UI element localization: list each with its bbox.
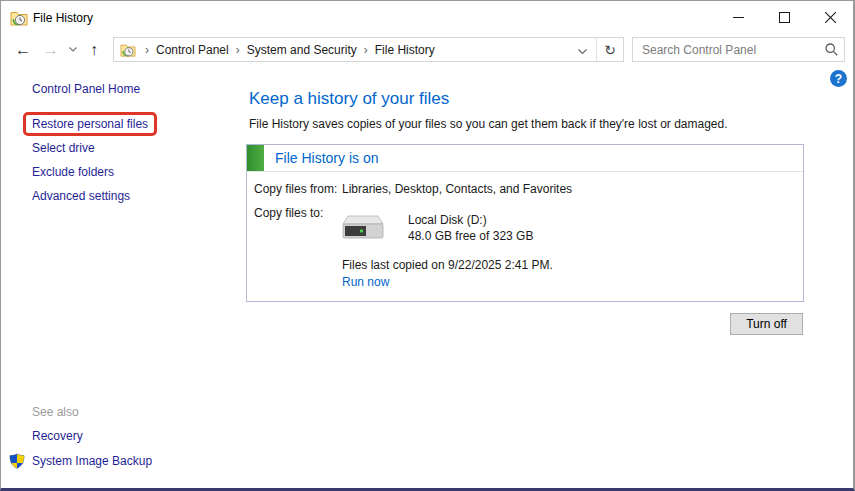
- maximize-button[interactable]: [761, 1, 807, 34]
- page-title: Keep a history of your files: [249, 89, 853, 109]
- copy-to-label: Copy files to:: [254, 206, 342, 289]
- maximize-icon: [779, 12, 790, 23]
- drive-free-space: 48.0 GB free of 323 GB: [408, 229, 533, 243]
- status-panel-body: Copy files from: Libraries, Desktop, Con…: [247, 172, 803, 301]
- sidebar-item-select-drive[interactable]: Select drive: [32, 142, 95, 155]
- drive-text: Local Disk (D:) 48.0 GB free of 323 GB: [408, 213, 533, 243]
- see-also-heading: See also: [9, 405, 152, 419]
- status-panel-header: File History is on: [247, 145, 803, 172]
- chevron-down-icon: [69, 47, 77, 52]
- title-bar: File History: [1, 1, 853, 34]
- forward-icon: →: [43, 42, 59, 58]
- forward-button[interactable]: →: [37, 37, 65, 63]
- address-dropdown-button[interactable]: [569, 41, 596, 59]
- uac-shield-icon: [9, 453, 25, 469]
- window-title: File History: [33, 11, 93, 25]
- help-button[interactable]: ?: [830, 70, 847, 87]
- navigation-toolbar: ← → ↑ › Control Panel › System and Secur…: [1, 34, 853, 65]
- see-also-section: See also Recovery System Image Backup: [9, 405, 152, 479]
- refresh-button[interactable]: ↻: [597, 42, 623, 58]
- file-history-status-panel: File History is on Copy files from: Libr…: [246, 144, 804, 302]
- run-now-link[interactable]: Run now: [342, 275, 389, 289]
- copy-from-value: Libraries, Desktop, Contacts, and Favori…: [342, 182, 572, 196]
- sidebar-item-advanced-settings[interactable]: Advanced settings: [32, 190, 130, 203]
- close-icon: [825, 12, 836, 23]
- status-on-indicator: [247, 145, 264, 171]
- location-file-history-icon: [120, 43, 136, 57]
- minimize-icon: [733, 12, 744, 23]
- page-description: File History saves copies of your files …: [249, 117, 853, 131]
- sidebar-item-control-panel-home[interactable]: Control Panel Home: [32, 83, 140, 96]
- sidebar-item-restore-personal-files-wrapper: Restore personal files: [32, 118, 148, 131]
- help-icon: ?: [835, 72, 842, 86]
- breadcrumb-chevron[interactable]: ›: [229, 43, 247, 57]
- hard-drive-icon: [342, 213, 384, 243]
- breadcrumb-control-panel[interactable]: Control Panel: [156, 43, 229, 57]
- search-input[interactable]: [642, 43, 825, 57]
- file-history-window: File History ← → ↑: [0, 0, 855, 491]
- sidebar-item-exclude-folders[interactable]: Exclude folders: [32, 166, 114, 179]
- sidebar-item-system-image-backup[interactable]: System Image Backup: [32, 455, 152, 468]
- back-button[interactable]: ←: [9, 37, 37, 63]
- copy-to-details: Local Disk (D:) 48.0 GB free of 323 GB F…: [342, 206, 803, 289]
- back-icon: ←: [15, 42, 31, 58]
- recent-locations-button[interactable]: [65, 37, 81, 63]
- breadcrumb-file-history[interactable]: File History: [375, 43, 435, 57]
- address-bar-controls: ↻: [569, 38, 623, 61]
- up-icon: ↑: [90, 42, 98, 58]
- turn-off-button[interactable]: Turn off: [730, 313, 803, 335]
- window-body: Control Panel Home Restore personal file…: [1, 65, 853, 490]
- target-drive: Local Disk (D:) 48.0 GB free of 323 GB: [342, 213, 803, 243]
- last-copied-text: Files last copied on 9/22/2025 2:41 PM.: [342, 258, 803, 272]
- file-history-icon: [10, 10, 28, 26]
- sidebar-item-system-image-backup-row: System Image Backup: [9, 453, 152, 469]
- copy-from-label: Copy files from:: [254, 182, 342, 196]
- window-controls: [715, 1, 853, 34]
- copy-to-row: Copy files to: Local Disk (: [254, 206, 803, 289]
- close-button[interactable]: [807, 1, 853, 34]
- drive-name: Local Disk (D:): [408, 213, 533, 227]
- sidebar: Control Panel Home Restore personal file…: [1, 65, 231, 490]
- chevron-down-icon: [578, 49, 587, 55]
- breadcrumb-system-and-security[interactable]: System and Security: [247, 43, 357, 57]
- sidebar-item-restore-personal-files[interactable]: Restore personal files: [32, 118, 148, 131]
- status-title: File History is on: [264, 145, 378, 171]
- search-box[interactable]: [632, 37, 845, 62]
- copy-from-row: Copy files from: Libraries, Desktop, Con…: [254, 182, 803, 196]
- sidebar-item-recovery-row: Recovery: [9, 430, 152, 443]
- breadcrumb-chevron[interactable]: ›: [357, 43, 375, 57]
- breadcrumb-chevron[interactable]: ›: [138, 43, 156, 57]
- address-bar[interactable]: › Control Panel › System and Security › …: [113, 37, 624, 62]
- sidebar-item-recovery[interactable]: Recovery: [32, 430, 83, 443]
- main-content: ? Keep a history of your files File Hist…: [231, 65, 853, 490]
- minimize-button[interactable]: [715, 1, 761, 34]
- search-icon[interactable]: [825, 43, 838, 56]
- up-button[interactable]: ↑: [81, 37, 107, 63]
